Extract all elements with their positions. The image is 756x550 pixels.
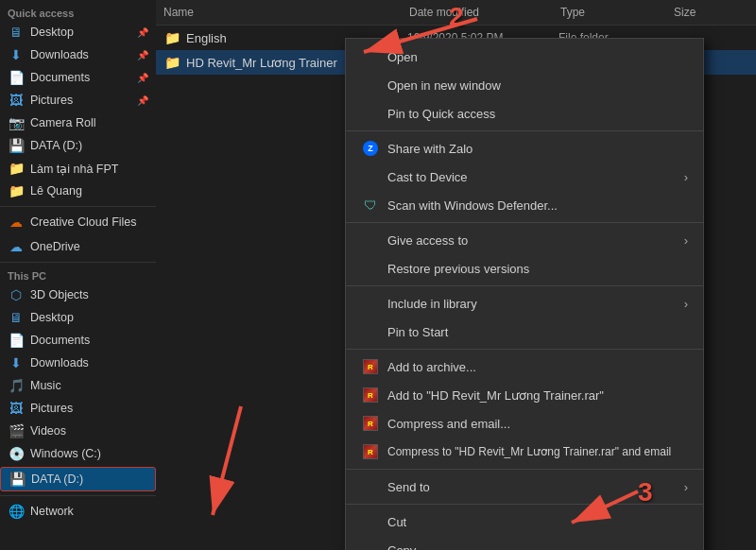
open-icon: [361, 47, 380, 66]
pin-start-icon: [361, 322, 380, 341]
sidebar-item-downloads-pc[interactable]: ⬇ Downloads: [0, 352, 156, 374]
context-menu-item-label: Scan with Windows Defender...: [387, 198, 558, 213]
sidebar-item-le-quang[interactable]: 📁 Lê Quang: [0, 180, 156, 202]
sidebar-item-data-d-qa[interactable]: 💾 DATA (D:): [0, 134, 156, 157]
pictures-icon: 🖼: [8, 400, 25, 417]
sidebar-item-desktop-pc[interactable]: 🖥 Desktop: [0, 306, 156, 329]
context-menu-item-label: Add to archive...: [387, 360, 476, 374]
context-menu-add-archive[interactable]: R Add to archive...: [346, 352, 703, 381]
context-menu-compress-rar-email[interactable]: R Compress to "HD Revit_Mr Lương Trainer…: [346, 438, 703, 466]
submenu-arrow: ›: [684, 480, 688, 494]
sidebar-item-label: Làm tại nhà FPT: [30, 162, 118, 176]
context-menu-item-label: Pin to Quick access: [387, 107, 495, 121]
3d-objects-icon: ⬡: [8, 286, 25, 303]
context-menu-item-label: Add to "HD Revit_Mr Lương Trainer.rar": [387, 388, 604, 403]
zalo-icon: Z: [361, 139, 380, 158]
sidebar-item-windows-c[interactable]: 💿 Windows (C:): [0, 442, 156, 465]
sidebar-item-music[interactable]: 🎵 Music: [0, 374, 156, 397]
desktop-icon: 🖥: [8, 24, 25, 41]
context-menu-item-label: Give access to: [387, 233, 468, 248]
context-menu-add-rar[interactable]: R Add to "HD Revit_Mr Lương Trainer.rar": [346, 381, 703, 409]
context-menu-compress-email[interactable]: R Compress and email...: [346, 409, 703, 438]
pin-icon: [361, 104, 380, 123]
pin-icon: 📌: [137, 50, 148, 60]
winrar-icon: R: [361, 442, 380, 461]
sidebar-item-pictures-pc[interactable]: 🖼 Pictures: [0, 397, 156, 420]
context-menu-open[interactable]: Open: [346, 43, 703, 71]
downloads-icon: ⬇: [8, 46, 25, 63]
drive-c-icon: 💿: [8, 445, 25, 462]
sidebar-item-3d-objects[interactable]: ⬡ 3D Objects: [0, 284, 156, 306]
sidebar-item-label: Creative Cloud Files: [30, 215, 137, 229]
onedrive-icon: ☁: [8, 238, 25, 255]
drive-d-icon: 💾: [9, 471, 26, 488]
separator: [346, 469, 703, 470]
sidebar-item-data-d-active[interactable]: 💾 DATA (D:): [0, 467, 156, 491]
sidebar-item-videos[interactable]: 🎬 Videos: [0, 420, 156, 442]
separator: [346, 285, 703, 286]
sidebar: Quick access 🖥 Desktop 📌 ⬇ Downloads 📌 📄…: [0, 0, 156, 550]
context-menu-include-library[interactable]: Include in library ›: [346, 289, 703, 318]
context-menu-send-to[interactable]: Send to ›: [346, 473, 703, 501]
sidebar-item-label: OneDrive: [30, 240, 80, 253]
restore-icon: [361, 259, 380, 278]
camera-roll-icon: 📷: [8, 114, 25, 131]
library-icon: [361, 294, 380, 313]
context-menu-item-label: Restore previous versions: [387, 262, 529, 276]
sidebar-item-documents-qa[interactable]: 📄 Documents 📌: [0, 66, 156, 89]
header-type[interactable]: Type: [553, 4, 666, 21]
context-menu-defender[interactable]: 🛡 Scan with Windows Defender...: [346, 191, 703, 219]
creative-cloud-icon: ☁: [8, 214, 25, 231]
sidebar-item-label: Network: [30, 505, 74, 518]
documents-icon: 📄: [8, 69, 25, 86]
folder-icon: 📁: [8, 160, 25, 177]
sidebar-item-downloads-qa[interactable]: ⬇ Downloads 📌: [0, 43, 156, 66]
context-menu-item-label: Send to: [387, 480, 430, 494]
sidebar-item-camera-roll[interactable]: 📷 Camera Roll: [0, 112, 156, 134]
sidebar-item-label: Desktop: [30, 26, 74, 39]
sidebar-item-label: Desktop: [30, 311, 74, 324]
context-menu-pin-start[interactable]: Pin to Start: [346, 318, 703, 346]
header-date[interactable]: Date modified: [402, 4, 553, 21]
sidebar-item-label: Pictures: [30, 402, 73, 415]
context-menu-item-label: Copy: [387, 543, 416, 551]
context-menu-cast[interactable]: Cast to Device ›: [346, 163, 703, 191]
context-menu-give-access[interactable]: Give access to ›: [346, 226, 703, 254]
context-menu-restore-versions[interactable]: Restore previous versions: [346, 254, 703, 283]
sidebar-item-documents-pc[interactable]: 📄 Documents: [0, 329, 156, 352]
context-menu-item-label: Pin to Start: [387, 325, 448, 339]
desktop-icon: 🖥: [8, 309, 25, 326]
separator: [346, 222, 703, 223]
sidebar-item-desktop-qa[interactable]: 🖥 Desktop 📌: [0, 21, 156, 43]
sidebar-item-onedrive[interactable]: ☁ OneDrive: [0, 235, 156, 258]
sidebar-item-pictures-qa[interactable]: 🖼 Pictures 📌: [0, 89, 156, 112]
context-menu-pin-quick-access[interactable]: Pin to Quick access: [346, 99, 703, 128]
music-icon: 🎵: [8, 377, 25, 394]
header-name[interactable]: Name: [156, 4, 402, 21]
submenu-arrow: ›: [684, 233, 688, 248]
context-menu-cut[interactable]: Cut: [346, 507, 703, 536]
file-list-header: Name Date modified Type Size: [156, 0, 756, 26]
sidebar-item-network[interactable]: 🌐 Network: [0, 500, 156, 523]
sidebar-item-fpt[interactable]: 📁 Làm tại nhà FPT: [0, 157, 156, 180]
context-menu-item-label: Open in new window: [387, 78, 501, 93]
sidebar-item-label: 3D Objects: [30, 288, 89, 301]
header-size[interactable]: Size: [666, 4, 742, 21]
context-menu-share-zalo[interactable]: Z Share with Zalo: [346, 134, 703, 163]
context-menu-open-new-window[interactable]: Open in new window: [346, 71, 703, 99]
this-pc-header: This PC: [0, 266, 156, 284]
winrar-icon: R: [361, 414, 380, 433]
videos-icon: 🎬: [8, 422, 25, 439]
cast-icon: [361, 167, 380, 186]
submenu-arrow: ›: [684, 297, 688, 311]
cut-icon: [361, 512, 380, 531]
context-menu-item-label: Cast to Device: [387, 170, 468, 184]
pictures-icon: 🖼: [8, 92, 25, 109]
context-menu-copy[interactable]: Copy: [346, 536, 703, 550]
folder-icon: 📁: [8, 182, 25, 199]
network-icon: 🌐: [8, 503, 25, 520]
copy-icon: [361, 541, 380, 550]
sidebar-item-creative-cloud[interactable]: ☁ Creative Cloud Files: [0, 211, 156, 233]
context-menu-item-label: Open: [387, 50, 418, 64]
quick-access-header: Quick access: [0, 4, 156, 21]
